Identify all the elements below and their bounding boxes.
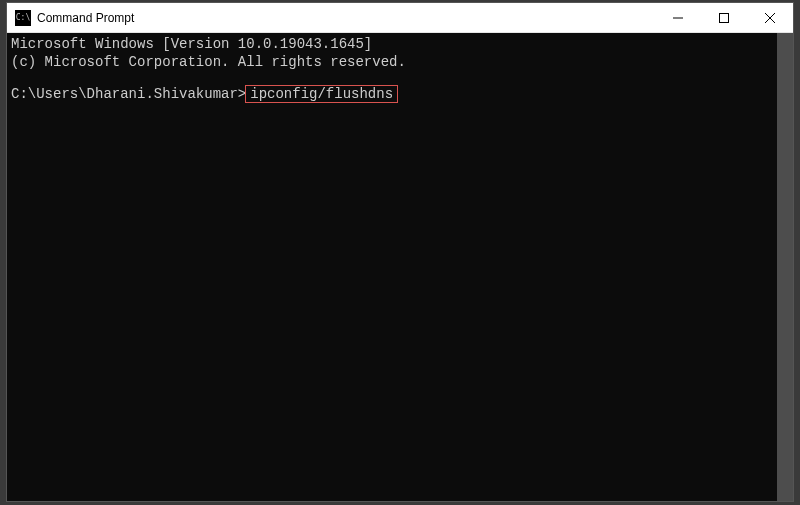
copyright-line: (c) Microsoft Corporation. All rights re… (11, 53, 789, 71)
scrollbar-thumb[interactable] (777, 33, 793, 501)
maximize-button[interactable] (701, 3, 747, 32)
svg-rect-0 (720, 13, 729, 22)
version-line: Microsoft Windows [Version 10.0.19043.16… (11, 35, 789, 53)
minimize-button[interactable] (655, 3, 701, 32)
scrollbar[interactable] (777, 33, 793, 501)
titlebar: C:\ Command Prompt (7, 3, 793, 33)
window-title: Command Prompt (37, 11, 655, 25)
command-text: ipconfig/flushdns (245, 85, 398, 103)
terminal-area[interactable]: Microsoft Windows [Version 10.0.19043.16… (7, 33, 793, 501)
cmd-icon-glyph: C:\ (16, 14, 30, 22)
command-prompt-window: C:\ Command Prompt Microsoft Windows [Ve… (6, 2, 794, 502)
prompt-line: C:\Users\Dharani.Shivakumar>ipconfig/flu… (11, 85, 789, 103)
cmd-icon: C:\ (15, 10, 31, 26)
minimize-icon (673, 13, 683, 23)
maximize-icon (719, 13, 729, 23)
close-button[interactable] (747, 3, 793, 32)
close-icon (765, 13, 775, 23)
prompt-text: C:\Users\Dharani.Shivakumar> (11, 86, 246, 102)
window-controls (655, 3, 793, 32)
